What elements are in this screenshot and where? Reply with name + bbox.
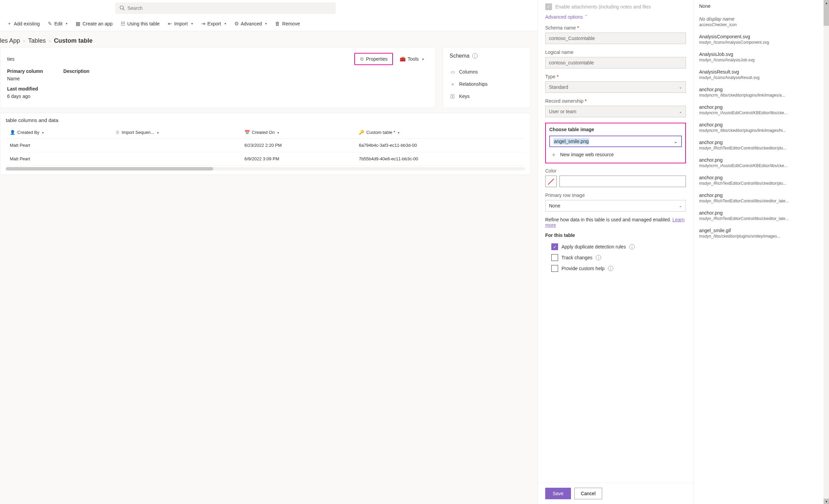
enable-attachments-row: ✓ Enable attachments (including notes an… bbox=[545, 3, 686, 10]
schema-keys-link[interactable]: ⚿ Keys bbox=[450, 90, 524, 102]
svg-point-0 bbox=[120, 6, 123, 9]
chevron-down-icon: ▾ bbox=[42, 131, 44, 135]
crumb-tables[interactable]: Tables bbox=[28, 37, 46, 44]
item-name: anchor.png bbox=[699, 122, 824, 127]
col-created-by[interactable]: 👤Created By ▾ bbox=[6, 126, 112, 139]
number-icon: ① bbox=[116, 130, 120, 135]
info-icon[interactable]: i bbox=[472, 53, 478, 59]
chevron-down-icon: ⌄ bbox=[674, 139, 678, 144]
label: Using this table bbox=[127, 21, 160, 26]
schema-columns-link[interactable]: ▭ Columns bbox=[450, 66, 524, 78]
tools-button[interactable]: 🧰 Tools ▾ bbox=[395, 53, 429, 65]
dropdown-item[interactable]: No display nameaccessChecker_icon bbox=[694, 13, 829, 31]
col-import-seq[interactable]: ①Import Sequen... ▾ bbox=[112, 126, 240, 139]
edit-panel: ✓ Enable attachments (including notes an… bbox=[537, 0, 693, 175]
label: Relationships bbox=[459, 81, 488, 87]
description-label: Description bbox=[63, 68, 90, 74]
search-input[interactable] bbox=[127, 5, 332, 11]
item-path: msdyncrm_/libs/ckeditor/plugins/link/ima… bbox=[699, 93, 824, 98]
import-icon: ⇤ bbox=[168, 21, 172, 27]
dropdown-item[interactable]: anchor.pngmsdyncrm_/AssistEditControl/KB… bbox=[694, 154, 829, 172]
toolbox-icon: 🧰 bbox=[400, 56, 406, 62]
choose-table-image-select[interactable]: angel_smile.png ⌄ bbox=[549, 136, 682, 147]
chevron-down-icon: ▾ bbox=[277, 131, 279, 135]
dropdown-item[interactable]: anchor.pngmsdyncrm_/AssistEditControl/KB… bbox=[694, 101, 829, 119]
edit-button[interactable]: ✎ Edit ▾ bbox=[44, 18, 71, 29]
data-table: 👤Created By ▾ ①Import Sequen... ▾ 📅Creat… bbox=[6, 126, 525, 166]
logical-name-field: Logical name bbox=[545, 49, 686, 68]
table-cell bbox=[112, 152, 240, 166]
item-name: AnalysisJob.svg bbox=[699, 52, 824, 57]
table-cell: 6/23/2022 2:20 PM bbox=[240, 139, 355, 152]
person-icon: 👤 bbox=[10, 130, 15, 135]
last-modified-label: Last modified bbox=[7, 86, 43, 92]
item-path: accessChecker_icon bbox=[699, 22, 824, 27]
horizontal-scrollbar[interactable] bbox=[6, 167, 525, 170]
item-path: msdyn_/Icons/AnalysisJob.svg bbox=[699, 58, 824, 62]
advanced-options-toggle[interactable]: Advanced options ˄ bbox=[545, 14, 686, 20]
import-button[interactable]: ⇤ Import ▾ bbox=[164, 18, 196, 29]
table-cell: Matt Peart bbox=[6, 152, 112, 166]
columns-icon: ▭ bbox=[450, 69, 456, 75]
flyout-scrollbar[interactable]: ▴ ▾ bbox=[824, 0, 829, 175]
col-created-on[interactable]: 📅Created On ▾ bbox=[240, 126, 355, 139]
item-path: msdyncrm_/libs/ckeditor/plugins/link/ima… bbox=[699, 128, 824, 133]
properties-button[interactable]: ⚙ Properties bbox=[354, 53, 393, 65]
dropdown-item[interactable]: AnalysisJob.svgmsdyn_/Icons/AnalysisJob.… bbox=[694, 48, 829, 66]
item-path: msdyn_/Icons/AnalysisResult.svg bbox=[699, 75, 824, 80]
table-row[interactable]: Matt Peart6/9/2022 3:09 PM7b55b4d9-40e8-… bbox=[6, 152, 525, 166]
new-image-resource-button[interactable]: ＋ New image web resource bbox=[549, 147, 682, 159]
dropdown-item[interactable]: AnalysisResult.svgmsdyn_/Icons/AnalysisR… bbox=[694, 66, 829, 83]
scrollbar-thumb[interactable] bbox=[6, 167, 213, 170]
item-name: anchor.png bbox=[699, 157, 824, 163]
crumb-current: Custom table bbox=[54, 37, 93, 44]
choose-table-image-label: Choose table image bbox=[549, 127, 682, 132]
item-name: AnalysisResult.svg bbox=[699, 69, 824, 75]
label: Advanced options bbox=[545, 14, 583, 20]
remove-button[interactable]: 🗑 Remove bbox=[272, 18, 303, 29]
chevron-down-icon: ▾ bbox=[422, 57, 424, 61]
export-button[interactable]: ⇥ Export ▾ bbox=[198, 18, 230, 29]
pencil-icon: ✎ bbox=[48, 21, 52, 27]
checkbox-disabled: ✓ bbox=[545, 3, 552, 10]
label: Create an app bbox=[82, 21, 113, 26]
record-ownership-select: User or team⌄ bbox=[545, 106, 686, 117]
label: Properties bbox=[366, 56, 388, 62]
dropdown-item[interactable]: anchor.pngmsdyncrm_/libs/ckeditor/plugin… bbox=[694, 119, 829, 136]
selected-image-value: angel_smile.png bbox=[553, 138, 589, 144]
table-icon: ☷ bbox=[121, 21, 125, 27]
dropdown-item-none[interactable]: None bbox=[694, 0, 829, 13]
trash-icon: 🗑 bbox=[275, 21, 280, 26]
schema-name-field: Schema name * bbox=[545, 25, 686, 44]
chevron-right-icon: › bbox=[49, 39, 51, 43]
dropdown-item[interactable]: anchor.pngmsdyncrm_/libs/ckeditor/plugin… bbox=[694, 83, 829, 101]
dropdown-item[interactable]: anchor.pngmsdyn_/RichTextEditorControl/l… bbox=[694, 172, 829, 175]
logical-name-input bbox=[545, 57, 686, 68]
add-existing-button[interactable]: ＋ Add existing bbox=[3, 18, 43, 29]
create-app-button[interactable]: ▦ Create an app bbox=[72, 18, 116, 29]
col-custom-table[interactable]: 🔑Custom table * ▾ bbox=[355, 126, 525, 139]
calendar-icon: 📅 bbox=[244, 130, 250, 135]
scrollbar-thumb[interactable] bbox=[824, 5, 829, 26]
chevron-down-icon: ▾ bbox=[157, 131, 159, 135]
schema-relationships-link[interactable]: ∝ Relationships bbox=[450, 78, 524, 90]
search-box[interactable] bbox=[115, 2, 336, 14]
advanced-button[interactable]: ⚙ Advanced ▾ bbox=[231, 18, 270, 29]
scroll-up-arrow[interactable]: ▴ bbox=[824, 0, 829, 5]
search-icon bbox=[119, 5, 125, 12]
image-dropdown-list[interactable]: None No display nameaccessChecker_iconAn… bbox=[693, 0, 829, 175]
crumb-app[interactable]: les App bbox=[0, 37, 20, 44]
data-card-title: table columns and data bbox=[6, 117, 525, 123]
label: Keys bbox=[459, 94, 470, 99]
chevron-down-icon: ▾ bbox=[191, 22, 193, 25]
dropdown-item[interactable]: anchor.pngmsdyn_/RichTextEditorControl/l… bbox=[694, 136, 829, 154]
card-tab: ties bbox=[7, 56, 15, 62]
label: Advanced bbox=[241, 21, 262, 26]
item-name: anchor.png bbox=[699, 104, 824, 110]
keys-icon: ⚿ bbox=[450, 94, 456, 99]
dropdown-item[interactable]: AnalysisComponent.svgmsdyn_/Icons/Analys… bbox=[694, 31, 829, 48]
schema-title: Schema bbox=[450, 53, 470, 59]
chevron-down-icon: ▾ bbox=[398, 131, 399, 135]
using-table-button[interactable]: ☷ Using this table bbox=[117, 18, 163, 29]
table-row[interactable]: Matt Peart6/23/2022 2:20 PM6a794b4c-3af3… bbox=[6, 139, 525, 152]
